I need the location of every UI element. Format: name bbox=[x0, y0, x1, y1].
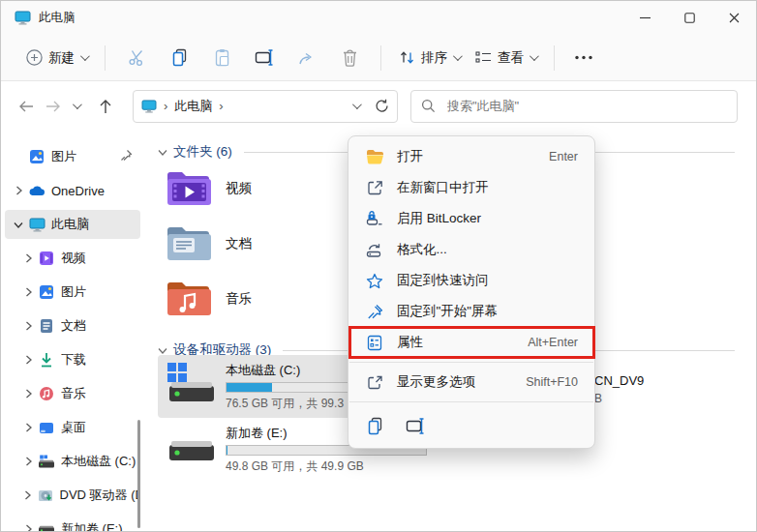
pictures-icon bbox=[28, 149, 45, 164]
chevron-right-icon[interactable] bbox=[20, 355, 36, 365]
sidebar-item-this-pc[interactable]: 此电脑 bbox=[5, 210, 140, 239]
sidebar-item-onedrive[interactable]: OneDrive bbox=[5, 176, 140, 205]
toolbar-divider bbox=[105, 45, 106, 71]
cut-button[interactable] bbox=[115, 42, 158, 74]
address-bar[interactable]: › 此电脑 › bbox=[133, 90, 398, 123]
sidebar-item-music[interactable]: 音乐 bbox=[5, 379, 140, 408]
dvd-drive-tile-fragment[interactable]: CN_DV9 B bbox=[594, 373, 644, 405]
more-options-button[interactable] bbox=[564, 55, 603, 60]
menu-item-enable-bitlocker[interactable]: 启用 BitLocker bbox=[352, 203, 590, 234]
menu-item-label: 显示更多选项 bbox=[397, 373, 513, 391]
search-box[interactable] bbox=[410, 90, 738, 123]
bitlocker-lock-icon bbox=[365, 211, 384, 227]
sidebar-item-desktop[interactable]: 桌面 bbox=[5, 413, 140, 442]
sidebar-item-downloads[interactable]: 下载 bbox=[5, 345, 140, 374]
menu-item-open-in-new-window[interactable]: 在新窗口中打开 bbox=[352, 172, 590, 203]
sidebar-item-dvd-drive-d[interactable]: DVD 驱动器 (D bbox=[5, 481, 140, 510]
back-button[interactable] bbox=[13, 92, 40, 121]
copy-button[interactable] bbox=[360, 411, 389, 440]
chevron-right-icon[interactable] bbox=[20, 457, 36, 466]
share-button[interactable] bbox=[286, 42, 328, 74]
chevron-down-icon[interactable] bbox=[11, 222, 26, 228]
menu-item-properties[interactable]: 属性 Alt+Enter bbox=[352, 327, 590, 358]
breadcrumb: › 此电脑 › bbox=[141, 98, 352, 115]
menu-item-format[interactable]: 格式化... bbox=[352, 234, 590, 265]
computer-icon bbox=[141, 100, 157, 113]
sidebar-item-videos[interactable]: 视频 bbox=[5, 244, 140, 273]
paste-button[interactable] bbox=[200, 42, 243, 74]
new-button[interactable]: 新建 bbox=[18, 44, 95, 73]
chevron-right-icon[interactable] bbox=[11, 186, 26, 195]
sidebar-item-new-volume-e[interactable]: 新加卷 (E:) bbox=[5, 515, 140, 532]
view-button[interactable]: 查看 bbox=[468, 44, 544, 73]
minimize-button[interactable] bbox=[622, 1, 667, 35]
sidebar-item-label: 视频 bbox=[61, 250, 86, 267]
menu-item-pin-to-quick-access[interactable]: 固定到快速访问 bbox=[352, 265, 590, 296]
clipboard-icon bbox=[213, 48, 231, 67]
sort-arrows-icon bbox=[399, 49, 415, 66]
chevron-right-icon[interactable] bbox=[20, 423, 36, 432]
show-more-icon bbox=[365, 374, 384, 391]
address-dropdown-icon[interactable] bbox=[352, 100, 362, 109]
menu-item-pin-to-start[interactable]: 固定到"开始"屏幕 bbox=[352, 296, 590, 327]
sort-button[interactable]: 排序 bbox=[391, 44, 468, 73]
forward-button[interactable] bbox=[40, 92, 67, 121]
folder-tile-videos[interactable]: 视频 bbox=[158, 164, 351, 213]
chevron-right-icon[interactable] bbox=[20, 321, 36, 331]
sidebar-scrollbar[interactable] bbox=[137, 420, 140, 528]
refresh-button[interactable] bbox=[375, 99, 389, 113]
drive-icon bbox=[38, 523, 55, 532]
window-title: 此电脑 bbox=[39, 10, 76, 26]
maximize-button[interactable] bbox=[667, 1, 712, 35]
sidebar-item-pictures-pinned[interactable]: 图片 bbox=[5, 142, 140, 171]
sidebar-item-label: 图片 bbox=[61, 283, 86, 301]
computer-icon bbox=[28, 218, 45, 232]
sidebar-item-label: 图片 bbox=[51, 148, 76, 165]
menu-separator bbox=[349, 401, 593, 402]
search-input[interactable] bbox=[445, 98, 727, 114]
close-button[interactable] bbox=[712, 1, 756, 35]
menu-separator bbox=[349, 362, 593, 363]
copy-button[interactable] bbox=[158, 42, 200, 74]
recent-locations-button[interactable] bbox=[67, 92, 84, 121]
sidebar-item-documents[interactable]: 文档 bbox=[5, 311, 140, 340]
chevron-right-icon[interactable] bbox=[20, 389, 36, 399]
music-folder-icon bbox=[166, 279, 214, 319]
menu-item-label: 启用 BitLocker bbox=[397, 210, 565, 227]
menu-item-open[interactable]: 打开 Enter bbox=[352, 141, 590, 172]
folder-name: 文档 bbox=[226, 235, 252, 252]
new-button-label: 新建 bbox=[48, 49, 75, 67]
desktop-icon bbox=[38, 422, 55, 434]
folder-tile-music[interactable]: 音乐 bbox=[158, 275, 351, 323]
sidebar-item-label: 文档 bbox=[61, 317, 86, 335]
rename-button[interactable] bbox=[401, 411, 430, 440]
view-list-icon bbox=[475, 50, 492, 65]
chevron-right-icon[interactable] bbox=[20, 490, 35, 500]
star-icon bbox=[365, 273, 384, 289]
rename-button[interactable] bbox=[243, 42, 286, 74]
videos-folder-icon bbox=[166, 168, 214, 209]
menu-item-label: 固定到快速访问 bbox=[397, 272, 565, 289]
chevron-right-icon[interactable] bbox=[20, 253, 36, 263]
chevron-right-icon[interactable] bbox=[20, 287, 36, 297]
context-menu: 打开 Enter 在新窗口中打开 启用 BitLocker 格式化... bbox=[348, 135, 595, 449]
sidebar-item-label: DVD 驱动器 (D bbox=[60, 487, 141, 504]
sidebar-item-label: 音乐 bbox=[61, 385, 86, 402]
copy-icon bbox=[170, 48, 189, 67]
menu-item-shortcut: Shift+F10 bbox=[526, 375, 578, 389]
sidebar-item-pictures[interactable]: 图片 bbox=[5, 278, 140, 307]
chevron-down-icon[interactable] bbox=[158, 149, 167, 156]
chevron-down-icon[interactable] bbox=[158, 347, 167, 354]
menu-item-shortcut: Enter bbox=[549, 150, 578, 163]
delete-button[interactable] bbox=[328, 42, 371, 74]
folder-tile-documents[interactable]: 文档 bbox=[158, 220, 351, 268]
menu-item-label: 格式化... bbox=[397, 241, 565, 258]
open-folder-icon bbox=[365, 149, 384, 164]
up-button[interactable] bbox=[92, 92, 119, 121]
format-drive-icon bbox=[365, 242, 384, 258]
menu-item-show-more-options[interactable]: 显示更多选项 Shift+F10 bbox=[352, 367, 590, 398]
music-icon bbox=[38, 386, 55, 401]
sidebar-item-local-disk-c[interactable]: 本地磁盘 (C:) bbox=[5, 447, 140, 476]
breadcrumb-item-this-pc[interactable]: 此电脑 bbox=[174, 98, 212, 115]
chevron-right-icon[interactable] bbox=[20, 524, 36, 532]
